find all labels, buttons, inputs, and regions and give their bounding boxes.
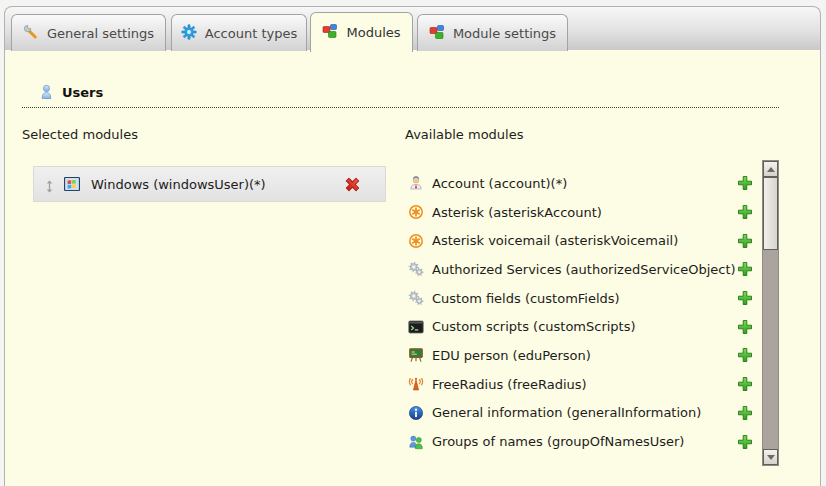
plus-icon: [737, 438, 753, 453]
available-module-label: Custom fields (customFields): [432, 291, 620, 306]
available-module-label: Asterisk (asteriskAccount): [432, 205, 602, 220]
add-module-button[interactable]: [737, 319, 753, 335]
windows-icon: [64, 176, 80, 192]
tab-label: Modules: [346, 25, 400, 40]
selected-module-row[interactable]: Windows (windowsUser)(*): [33, 166, 386, 202]
asterisk-icon: [408, 204, 424, 220]
arrow-up-icon: [767, 167, 775, 172]
tab-module-settings[interactable]: Module settings: [417, 14, 568, 51]
available-module-label: Custom scripts (customScripts): [432, 319, 636, 334]
available-module-label: Account (account)(*): [432, 176, 567, 191]
add-module-button[interactable]: [737, 233, 753, 249]
tab-general-settings[interactable]: General settings: [11, 14, 166, 51]
add-module-button[interactable]: [737, 405, 753, 421]
available-module-label: General information (generalInformation): [432, 405, 701, 420]
tab-label: Module settings: [453, 26, 556, 41]
available-module-row: Groups of names (groupOfNamesUser): [408, 427, 755, 456]
gear-icon: [181, 24, 197, 43]
available-module-row: Account (account)(*): [408, 169, 755, 198]
plus-icon: [737, 237, 753, 252]
available-module-row: Asterisk (asteriskAccount): [408, 198, 755, 227]
add-module-button[interactable]: [737, 376, 753, 392]
tab-modules[interactable]: Modules: [310, 12, 413, 52]
add-module-button[interactable]: [737, 290, 753, 306]
available-module-label: EDU person (eduPerson): [432, 348, 591, 363]
group-icon: [408, 434, 424, 450]
available-module-row: General information (generalInformation): [408, 399, 755, 428]
tab-label: Account types: [205, 26, 297, 41]
available-module-label: Authorized Services (authorizedServiceOb…: [432, 262, 736, 277]
terminal-icon: [408, 319, 424, 335]
drag-handle-icon[interactable]: [44, 178, 55, 191]
plus-icon: [737, 179, 753, 194]
available-module-label: Asterisk voicemail (asteriskVoicemail): [432, 233, 678, 248]
person-icon: [408, 175, 424, 191]
info-icon: [408, 405, 424, 421]
available-modules-list: Account (account)(*) Asterisk (asteriskA…: [408, 169, 755, 456]
plus-icon: [737, 265, 753, 280]
available-module-row: Asterisk voicemail (asteriskVoicemail): [408, 226, 755, 255]
plus-icon: [737, 380, 753, 395]
available-module-row: EDU person (eduPerson): [408, 341, 755, 370]
remove-module-button[interactable]: [344, 176, 361, 193]
plus-icon: [737, 323, 753, 338]
plus-icon: [737, 294, 753, 309]
add-module-button[interactable]: [737, 261, 753, 277]
available-list-scrollbar[interactable]: [762, 160, 779, 466]
wrench-icon: [23, 24, 39, 43]
modules-icon: [322, 23, 338, 42]
available-module-row: FreeRadius (freeRadius): [408, 370, 755, 399]
available-module-label: FreeRadius (freeRadius): [432, 377, 587, 392]
add-module-button[interactable]: [737, 434, 753, 450]
selected-modules-heading: Selected modules: [22, 127, 138, 142]
scroll-down-button[interactable]: [763, 449, 778, 465]
chalkboard-icon: [408, 347, 424, 363]
asterisk-icon: [408, 233, 424, 249]
modules-icon: [429, 24, 445, 43]
add-module-button[interactable]: [737, 347, 753, 363]
available-module-row: Authorized Services (authorizedServiceOb…: [408, 255, 755, 284]
available-module-label: Groups of names (groupOfNamesUser): [432, 434, 684, 449]
selected-module-label: Windows (windowsUser)(*): [91, 177, 266, 192]
plus-icon: [737, 208, 753, 223]
user-icon: [39, 84, 54, 100]
plus-icon: [737, 351, 753, 366]
arrow-down-icon: [767, 455, 775, 460]
add-module-button[interactable]: [737, 175, 753, 191]
plus-icon: [737, 409, 753, 424]
scroll-up-button[interactable]: [763, 161, 778, 177]
available-module-row: Custom fields (customFields): [408, 284, 755, 313]
tab-account-types[interactable]: Account types: [171, 14, 307, 51]
available-module-row: Custom scripts (customScripts): [408, 312, 755, 341]
scrollbar-thumb[interactable]: [763, 177, 778, 250]
section-title: Users: [62, 85, 103, 100]
lam-configuration-page: General settings Account types: [0, 0, 826, 486]
delete-x-icon: [344, 181, 361, 196]
add-module-button[interactable]: [737, 204, 753, 220]
gears-icon: [408, 261, 424, 277]
users-section-header: Users: [22, 84, 779, 108]
gears-icon: [408, 290, 424, 306]
antenna-icon: [408, 376, 424, 392]
tab-label: General settings: [47, 26, 154, 41]
available-modules-heading: Available modules: [405, 127, 523, 142]
